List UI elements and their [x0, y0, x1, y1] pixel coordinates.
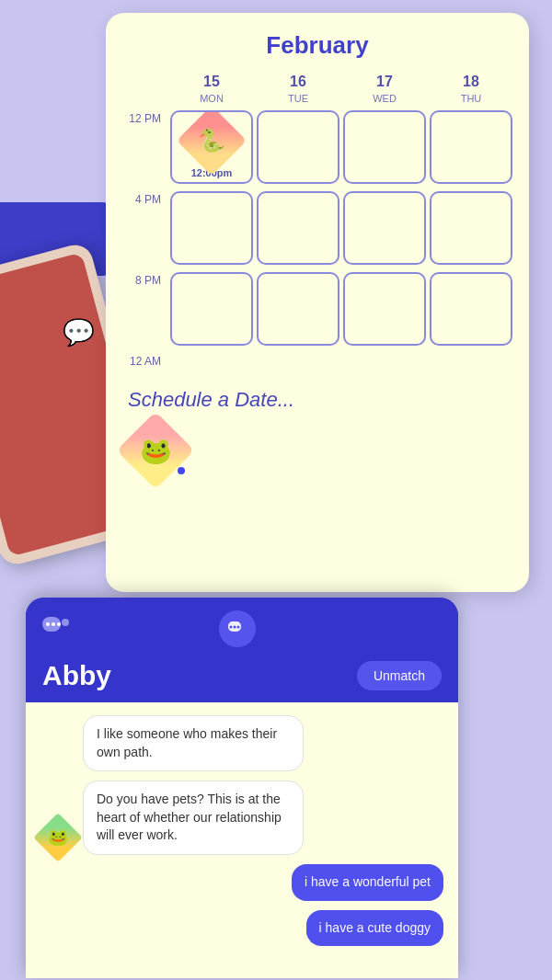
time-label-12pm: 12 PM — [121, 108, 168, 186]
chat-bubble-icon — [42, 615, 70, 643]
schedule-section: Schedule a Date... 🐸 — [121, 388, 514, 478]
cal-cell-0-1[interactable] — [257, 110, 339, 184]
svg-point-6 — [230, 626, 233, 629]
schedule-avatar: 🐸 — [128, 423, 183, 478]
svg-point-2 — [46, 622, 50, 626]
bubble-sent-0: i have a wonderful pet — [292, 864, 443, 901]
cal-cell-2-1[interactable] — [257, 272, 339, 346]
chat-avatar: 🐸 — [40, 820, 75, 855]
unmatch-button[interactable]: Unmatch — [357, 661, 442, 690]
header-spacer — [121, 73, 168, 105]
cal-cell-0-0[interactable]: 🐍 12:00pm — [170, 110, 253, 184]
chat-header — [26, 598, 458, 656]
chat-center-icon — [219, 610, 256, 647]
cal-cell-1-2[interactable] — [343, 191, 426, 265]
chat-messages: I like someone who makes their own path.… — [26, 702, 458, 978]
header-day-1: 16 TUE — [255, 73, 341, 105]
chat-user-name: Abby — [42, 660, 111, 691]
cal-cell-2-3[interactable] — [430, 272, 512, 346]
time-row-8pm: 8 PM — [121, 270, 514, 348]
svg-point-7 — [234, 626, 236, 629]
message-row-0: I like someone who makes their own path. — [40, 715, 443, 771]
event-avatar: 🐍 — [187, 116, 236, 165]
time-label-8pm: 8 PM — [121, 270, 168, 348]
cal-cell-0-2[interactable] — [343, 110, 426, 184]
time-row-4pm: 4 PM — [121, 189, 514, 267]
cal-cell-1-0[interactable] — [170, 191, 253, 265]
message-row-3: i have a cute doggy — [40, 910, 443, 947]
cal-cell-1-1[interactable] — [257, 191, 339, 265]
chat-panel: Abby Unmatch I like someone who makes th… — [26, 598, 458, 978]
header-day-2: 17 WED — [341, 73, 428, 105]
message-row-2: i have a wonderful pet — [40, 864, 443, 901]
svg-point-8 — [237, 626, 240, 629]
schedule-title: Schedule a Date... — [128, 388, 514, 412]
svg-point-1 — [62, 619, 69, 626]
calendar-rows: 12 PM 🐍 12:00pm 4 PM — [121, 108, 514, 371]
cal-cell-0-3[interactable] — [430, 110, 512, 184]
chat-name-row: Abby Unmatch — [26, 656, 458, 702]
bubble-received-0: I like someone who makes their own path. — [83, 715, 304, 771]
header-day-3: 18 THU — [428, 73, 514, 105]
bubble-received-1: Do you have pets? This is at the heart o… — [83, 781, 304, 855]
calendar-month: February — [121, 31, 514, 60]
header-day-0: 15 MON — [168, 73, 255, 105]
calendar-header: 15 MON 16 TUE 17 WED 18 THU — [121, 73, 514, 105]
svg-point-4 — [57, 622, 61, 626]
avatar-emoji: 🐸 — [40, 820, 75, 855]
cal-cell-2-2[interactable] — [343, 272, 426, 346]
time-label-4pm: 4 PM — [121, 189, 168, 267]
cal-cell-2-0[interactable] — [170, 272, 253, 346]
calendar-card: February 15 MON 16 TUE 17 WED 18 THU 12 … — [106, 13, 529, 592]
svg-point-3 — [52, 622, 55, 626]
cal-cell-1-3[interactable] — [430, 191, 512, 265]
time-row-12am: 12 AM — [121, 351, 514, 368]
time-row-12pm: 12 PM 🐍 12:00pm — [121, 108, 514, 186]
diamond-inner: 🐍 — [187, 116, 236, 165]
bubble-sent-1: i have a cute doggy — [306, 910, 443, 947]
chat-bubble-icon-left: 💬 — [63, 317, 95, 348]
message-row-1: 🐸 Do you have pets? This is at the heart… — [40, 781, 443, 855]
event-item: 🐍 12:00pm — [172, 112, 251, 182]
time-label-12am: 12 AM — [121, 351, 168, 368]
